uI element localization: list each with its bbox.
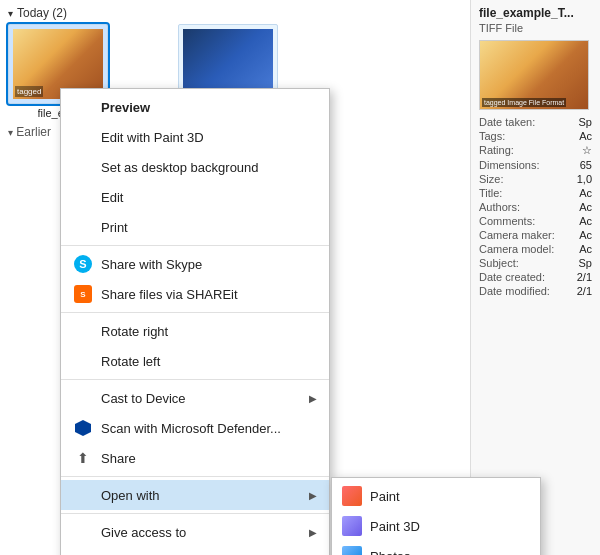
expand-icon-earlier[interactable]: ▾ bbox=[8, 127, 13, 138]
photos-icon bbox=[342, 546, 362, 555]
submenu-paint[interactable]: Paint bbox=[332, 481, 540, 511]
expand-icon[interactable]: ▾ bbox=[8, 8, 13, 19]
preview-icon bbox=[73, 97, 93, 117]
earlier-label: Earlier bbox=[16, 125, 51, 139]
open-with-submenu: Paint Paint 3D Photos Snip & Sketch Wind… bbox=[331, 477, 541, 555]
today-label: Today (2) bbox=[17, 6, 67, 20]
desktop-icon bbox=[73, 157, 93, 177]
meta-date-taken: Date taken: Sp bbox=[479, 116, 592, 128]
share-skype-label: Share with Skype bbox=[101, 257, 317, 272]
meta-tags: Tags: Ac bbox=[479, 130, 592, 142]
photos-label: Photos bbox=[370, 549, 410, 556]
menu-item-rotate-right[interactable]: Rotate right bbox=[61, 316, 329, 346]
menu-item-rotate-left[interactable]: Rotate left bbox=[61, 346, 329, 376]
print-label: Print bbox=[101, 220, 317, 235]
meta-dimensions: Dimensions: 65 bbox=[479, 159, 592, 171]
meta-subject: Subject: Sp bbox=[479, 257, 592, 269]
rotate-right-label: Rotate right bbox=[101, 324, 317, 339]
meta-camera-model: Camera model: Ac bbox=[479, 243, 592, 255]
meta-date-modified: Date modified: 2/1 bbox=[479, 285, 592, 297]
menu-item-share-shareit[interactable]: S Share files via SHAREit bbox=[61, 279, 329, 309]
menu-item-cast[interactable]: Cast to Device ▶ bbox=[61, 383, 329, 413]
meta-camera-maker: Camera maker: Ac bbox=[479, 229, 592, 241]
cast-arrow: ▶ bbox=[309, 393, 317, 404]
submenu-photos[interactable]: Photos bbox=[332, 541, 540, 555]
menu-item-defender[interactable]: Scan with Microsoft Defender... bbox=[61, 413, 329, 443]
paint-icon bbox=[342, 486, 362, 506]
skype-icon: S bbox=[73, 254, 93, 274]
rotate-left-label: Rotate left bbox=[101, 354, 317, 369]
submenu-paint3d[interactable]: Paint 3D bbox=[332, 511, 540, 541]
print-icon bbox=[73, 217, 93, 237]
set-desktop-label: Set as desktop background bbox=[101, 160, 317, 175]
rotate-right-icon bbox=[73, 321, 93, 341]
meta-date-created: Date created: 2/1 bbox=[479, 271, 592, 283]
panel-file-title: file_example_T... bbox=[479, 6, 592, 20]
menu-item-print[interactable]: Print bbox=[61, 212, 329, 242]
menu-item-edit[interactable]: Edit bbox=[61, 182, 329, 212]
panel-file-subtitle: TIFF File bbox=[479, 22, 592, 34]
separator-3 bbox=[61, 379, 329, 380]
separator-1 bbox=[61, 245, 329, 246]
share-icon: ⬆ bbox=[73, 448, 93, 468]
separator-2 bbox=[61, 312, 329, 313]
rotate-left-icon bbox=[73, 351, 93, 371]
share-shareit-label: Share files via SHAREit bbox=[101, 287, 317, 302]
meta-authors: Authors: Ac bbox=[479, 201, 592, 213]
meta-title: Title: Ac bbox=[479, 187, 592, 199]
menu-item-preview[interactable]: Preview bbox=[61, 92, 329, 122]
open-with-icon bbox=[73, 485, 93, 505]
meta-list: Date taken: Sp Tags: Ac Rating: ☆ Dimens… bbox=[479, 116, 592, 297]
separator-5 bbox=[61, 513, 329, 514]
menu-item-restore[interactable]: Restore previous versions bbox=[61, 547, 329, 555]
right-panel: file_example_T... TIFF File Date taken: … bbox=[470, 0, 600, 555]
menu-item-set-desktop[interactable]: Set as desktop background bbox=[61, 152, 329, 182]
edit-label: Edit bbox=[101, 190, 317, 205]
meta-rating: Rating: ☆ bbox=[479, 144, 592, 157]
share-label: Share bbox=[101, 451, 317, 466]
open-with-label: Open with bbox=[101, 488, 309, 503]
shareit-icon: S bbox=[73, 284, 93, 304]
menu-item-open-with[interactable]: Open with ▶ Paint Paint 3D Photos Snip &… bbox=[61, 480, 329, 510]
separator-4 bbox=[61, 476, 329, 477]
paint-label: Paint bbox=[370, 489, 400, 504]
menu-item-edit-paint3d[interactable]: Edit with Paint 3D bbox=[61, 122, 329, 152]
give-access-label: Give access to bbox=[101, 525, 309, 540]
meta-size: Size: 1,0 bbox=[479, 173, 592, 185]
menu-item-give-access[interactable]: Give access to ▶ bbox=[61, 517, 329, 547]
panel-thumbnail bbox=[479, 40, 589, 110]
menu-item-share-skype[interactable]: S Share with Skype bbox=[61, 249, 329, 279]
cast-label: Cast to Device bbox=[101, 391, 309, 406]
paint3d-app-label: Paint 3D bbox=[370, 519, 420, 534]
preview-label: Preview bbox=[101, 100, 317, 115]
paint3d-app-icon bbox=[342, 516, 362, 536]
give-access-icon bbox=[73, 522, 93, 542]
meta-comments: Comments: Ac bbox=[479, 215, 592, 227]
give-access-arrow: ▶ bbox=[309, 527, 317, 538]
defender-label: Scan with Microsoft Defender... bbox=[101, 421, 317, 436]
edit-icon bbox=[73, 187, 93, 207]
paint3d-icon bbox=[73, 127, 93, 147]
context-menu: Preview Edit with Paint 3D Set as deskto… bbox=[60, 88, 330, 555]
edit-paint3d-label: Edit with Paint 3D bbox=[101, 130, 317, 145]
open-with-arrow: ▶ bbox=[309, 490, 317, 501]
menu-item-share[interactable]: ⬆ Share bbox=[61, 443, 329, 473]
cast-icon bbox=[73, 388, 93, 408]
defender-icon bbox=[73, 418, 93, 438]
